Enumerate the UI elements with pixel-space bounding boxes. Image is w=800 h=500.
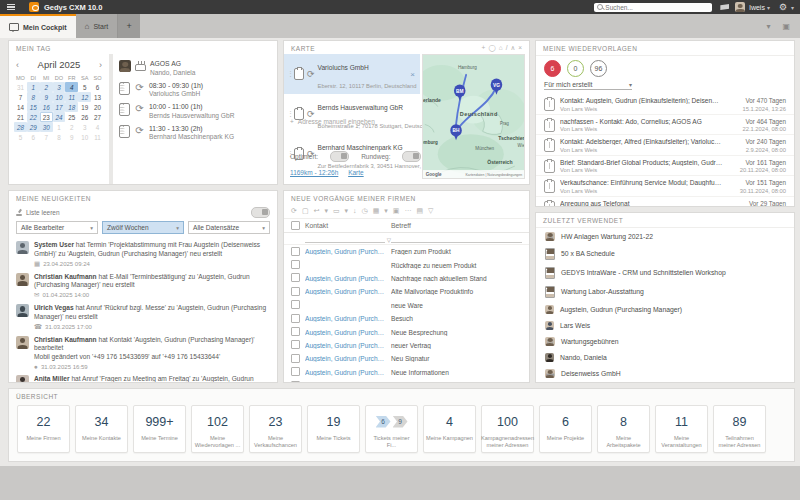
stat-tile[interactable]: 999+ Meine Termine xyxy=(133,405,186,453)
news-item[interactable]: System User hat Termin 'Projektabstimmun… xyxy=(9,238,277,270)
recent-item[interactable]: Nando, Daniela xyxy=(536,349,794,365)
calendar-day[interactable]: 5 xyxy=(78,82,91,92)
wiedervorlage-item[interactable]: Anregung aus Telefonat Von System User V… xyxy=(536,196,794,208)
filter-bearbeiter-select[interactable]: Alle Bearbeiter▾ xyxy=(16,221,98,234)
kontakt-link[interactable]: Augstein, Gudrun (Purchasin... xyxy=(305,315,391,322)
remove-stop-icon[interactable]: × xyxy=(408,70,417,79)
stat-tile[interactable]: 89 Teilnahmen meiner Adressen xyxy=(713,405,766,453)
calendar-day[interactable]: 6 xyxy=(91,82,104,92)
calendar-day[interactable]: 1 xyxy=(53,122,66,132)
column-betreff[interactable]: Betreff xyxy=(391,222,522,229)
calendar-day[interactable]: 3 xyxy=(53,82,66,92)
roundtrip-toggle[interactable] xyxy=(402,151,421,162)
calendar-day[interactable]: 7 xyxy=(14,92,27,102)
row-checkbox[interactable] xyxy=(291,327,300,336)
toolbar-icon[interactable]: ▽ xyxy=(428,207,433,215)
wiedervorlage-item[interactable]: nachfassen - Kontakt: Ado, Cornelius; AG… xyxy=(536,114,794,135)
calendar-day[interactable]: 4 xyxy=(65,82,78,92)
optimized-toggle[interactable] xyxy=(330,151,349,162)
news-item[interactable]: Christian Kaufmann hat E-Mail 'Terminbes… xyxy=(9,270,277,302)
calendar-day[interactable]: 20 xyxy=(91,102,104,112)
row-checkbox[interactable] xyxy=(291,260,300,269)
table-row[interactable]: Augstein, Gudrun (Purchasin... Neu Signa… xyxy=(284,352,529,365)
calendar-day[interactable]: 22 xyxy=(27,112,40,122)
row-checkbox[interactable] xyxy=(291,381,300,383)
toolbar-icon[interactable]: ▢ xyxy=(302,207,309,215)
filter-zeitraum-select[interactable]: Zwölf Wochen▾ xyxy=(102,221,184,234)
recent-item[interactable]: Augstein, Gudrun (Purchasing Manager) xyxy=(536,301,794,317)
toolbar-icon[interactable]: ▣ xyxy=(393,207,400,215)
calendar-day[interactable]: 3 xyxy=(78,122,91,132)
stat-tile[interactable]: 23 Meine Verkaufschancen xyxy=(249,405,302,453)
appointment-row[interactable]: ⟳ 08:30 - 09:30 (1h) Varioluchs GmbH xyxy=(119,82,269,98)
appointment-row[interactable]: AGOS AG Nando, Daniela xyxy=(119,60,269,76)
calendar-day[interactable]: 30 xyxy=(40,122,53,132)
stat-tile[interactable]: 19 Meine Tickets xyxy=(307,405,360,453)
user-avatar[interactable] xyxy=(735,2,745,12)
calendar-day[interactable]: 5 xyxy=(14,132,27,142)
calendar-day[interactable]: 9 xyxy=(40,92,53,102)
wiedervorlagen-filter-select[interactable]: Für mich erstellt ▾ xyxy=(544,81,632,90)
stat-tile[interactable]: 34 Meine Kontakte xyxy=(75,405,128,453)
count-badge[interactable]: 6 xyxy=(544,60,561,77)
betreff-filter-input[interactable] xyxy=(391,235,522,243)
stat-tile[interactable]: 6 Meine Projekte xyxy=(539,405,592,453)
user-menu[interactable]: lweis xyxy=(749,4,765,11)
route-stop[interactable]: ⋮ ⟳ Varioluchs GmbH Eberstr. 12, 10117 B… xyxy=(284,54,420,94)
calendar-day[interactable]: 11 xyxy=(65,92,78,102)
clear-list-button[interactable]: Liste leeren xyxy=(16,209,60,216)
news-item[interactable]: Anita Miller hat Anruf 'Fragen zu Meetin… xyxy=(9,372,277,383)
calendar-day[interactable]: 25 xyxy=(65,112,78,122)
stat-tile[interactable]: 100 Kampagnenadressen meiner Adressen xyxy=(481,405,534,453)
calendar-day[interactable]: 8 xyxy=(27,92,40,102)
calendar-day[interactable]: 11 xyxy=(91,132,104,142)
row-checkbox[interactable] xyxy=(291,300,300,309)
table-row[interactable]: Augstein, Gudrun (Purchasin... Neue Info… xyxy=(284,366,529,379)
row-checkbox[interactable] xyxy=(291,340,300,349)
calendar-day[interactable]: 9 xyxy=(65,132,78,142)
panel-tool-icon[interactable]: ◯ xyxy=(488,44,495,52)
select-all-checkbox[interactable] xyxy=(291,221,300,230)
news-toggle[interactable] xyxy=(251,207,270,218)
toolbar-icon[interactable]: ⋯ xyxy=(404,207,411,215)
table-row[interactable]: Augstein, Gudrun (Purchasin... Nachfrage… xyxy=(284,272,529,285)
appointment-row[interactable]: ⟳ 11:30 - 13:30 (2h) Bernhard Maschinenp… xyxy=(119,125,269,141)
toolbar-icon[interactable]: ▦ xyxy=(373,207,380,215)
stat-tile[interactable]: 6 9 Tickets meiner Fi... xyxy=(365,405,418,453)
kontakt-link[interactable]: Augstein, Gudrun (Purchasin... xyxy=(305,382,391,383)
wiedervorlage-item[interactable]: Verkaufschance: Einführung Service Modul… xyxy=(536,175,794,196)
row-checkbox[interactable] xyxy=(291,247,300,256)
row-checkbox[interactable] xyxy=(291,273,300,282)
recent-item[interactable]: ▦ HW Anlagen Wartung 2021-22 xyxy=(536,228,794,244)
recent-item[interactable]: ▤ Wartungsgebühren xyxy=(536,333,794,349)
kontakt-link[interactable]: Augstein, Gudrun (Purchasin... xyxy=(305,288,391,295)
panel-tool-icon[interactable]: ⌂ xyxy=(499,44,503,52)
calendar-day[interactable]: 29 xyxy=(27,122,40,132)
count-badge[interactable]: 0 xyxy=(567,60,584,77)
calendar-day[interactable]: 13 xyxy=(91,92,104,102)
wiedervorlage-item[interactable]: Brief: Standard-Brief Global Products; A… xyxy=(536,155,794,176)
calendar-prev-icon[interactable]: ‹ xyxy=(14,60,21,70)
add-address-row[interactable]: + Adresse manuell eingeben xyxy=(284,114,420,129)
tab-mein-cockpit[interactable]: Mein Cockpit xyxy=(0,14,76,38)
panel-tool-icon[interactable]: ∧ xyxy=(510,44,515,52)
gear-icon[interactable]: ⚙ xyxy=(779,2,787,12)
recent-item[interactable]: Wartung Labor-Ausstattung xyxy=(536,282,794,301)
column-kontakt[interactable]: Kontakt xyxy=(305,222,391,229)
calendar-day[interactable]: 2 xyxy=(40,82,53,92)
toolbar-icon[interactable]: ▾ xyxy=(384,207,388,215)
calendar-day[interactable]: 23 xyxy=(40,112,53,122)
recent-item[interactable]: GEDYS IntraWare - CRM und Schnittstellen… xyxy=(536,263,794,282)
table-row[interactable]: Augstein, Gudrun (Purchasin... neuer Ver… xyxy=(284,339,529,352)
flag-icon[interactable] xyxy=(720,4,729,10)
map[interactable]: Hamburg Niederlande Deutschland Luxembur… xyxy=(422,54,525,179)
kontakt-filter-input[interactable] xyxy=(305,235,385,243)
calendar-day[interactable]: 31 xyxy=(14,82,27,92)
gear-caret-icon[interactable]: ▾ xyxy=(791,4,794,11)
table-row[interactable]: Rückfrage zu neuem Produkt xyxy=(284,258,529,271)
table-row[interactable]: Augstein, Gudrun (Purchasin... Neue Besp… xyxy=(284,325,529,338)
kontakt-link[interactable]: Augstein, Gudrun (Purchasin... xyxy=(305,355,391,362)
toolbar-icon[interactable]: ▾ xyxy=(324,207,328,215)
recent-item[interactable]: ▬ Deisenweiss GmbH xyxy=(536,365,794,381)
toolbar-icon[interactable]: ▤ xyxy=(416,207,423,215)
